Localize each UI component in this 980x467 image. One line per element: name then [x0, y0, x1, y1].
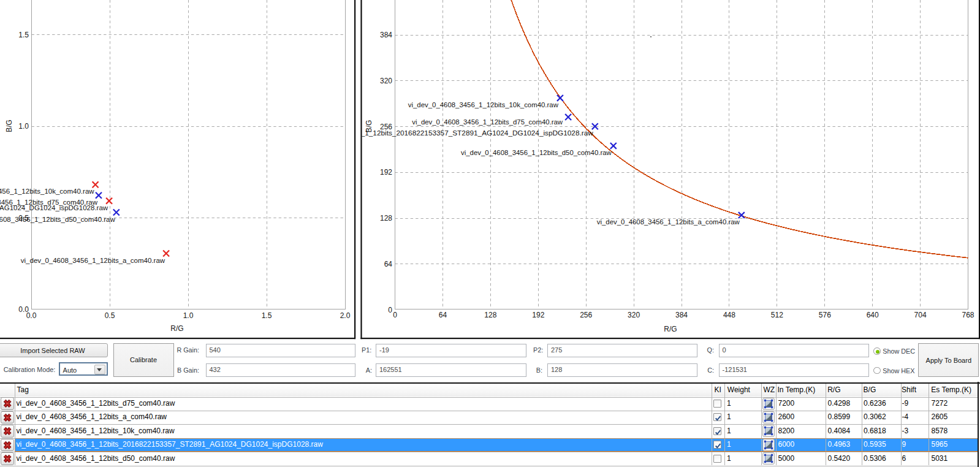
svg-text:vi_dev_0_4608_3456_1_12bits_10: vi_dev_0_4608_3456_1_12bits_10k_com40.ra… [408, 101, 559, 108]
svg-text:192: 192 [532, 311, 544, 319]
svg-text:512: 512 [771, 311, 783, 319]
svg-text:768: 768 [962, 311, 974, 319]
svg-text:1.5: 1.5 [262, 311, 272, 320]
svg-text:128: 128 [380, 214, 392, 222]
svg-text:1.0: 1.0 [183, 311, 194, 320]
svg-text:1.0: 1.0 [18, 122, 29, 131]
svg-text:2.0: 2.0 [340, 311, 351, 320]
svg-text:384: 384 [380, 31, 392, 39]
svg-text:1.5: 1.5 [18, 31, 29, 39]
svg-text:vi_dev_0_4608_3456_1_12bits_d5: vi_dev_0_4608_3456_1_12bits_d50_com40.ra… [0, 216, 115, 223]
svg-text:256: 256 [580, 311, 592, 319]
svg-text:B/G: B/G [5, 120, 13, 132]
svg-text:vi_dev_0_4608_3456_1_12bits_d7: vi_dev_0_4608_3456_1_12bits_d75_com40.ra… [412, 118, 563, 126]
svg-text:0: 0 [393, 311, 397, 319]
svg-text:64: 64 [439, 311, 447, 319]
svg-text:704: 704 [914, 311, 927, 319]
svg-text:vi_dev_0_4608_3456_1_12bits_d5: vi_dev_0_4608_3456_1_12bits_d50_com40.ra… [461, 149, 612, 156]
svg-text:R/G: R/G [664, 325, 677, 333]
svg-text:B/G: B/G [365, 120, 373, 133]
svg-text:640: 640 [867, 311, 879, 319]
svg-text:vi_dev_0_4608_3456_1_12bits_a_: vi_dev_0_4608_3456_1_12bits_a_com40.raw [597, 218, 740, 226]
svg-text:vi_dev_0_4608_3456_1_12bits_20: vi_dev_0_4608_3456_1_12bits_201682215335… [0, 204, 108, 211]
svg-text:vi_dev_0_4608_3456_1_12bits_10: vi_dev_0_4608_3456_1_12bits_10k_com40.ra… [0, 188, 94, 195]
svg-text:128: 128 [484, 311, 496, 319]
svg-text:448: 448 [723, 311, 735, 319]
svg-text:vi_dev_0_4608_3456_1_12bits_a_: vi_dev_0_4608_3456_1_12bits_a_com40.raw [21, 257, 165, 264]
svg-text:0: 0 [388, 306, 392, 314]
svg-text:0.5: 0.5 [105, 311, 115, 320]
svg-text:R/G: R/G [170, 324, 183, 333]
svg-text:320: 320 [628, 311, 640, 319]
svg-text:320: 320 [380, 77, 392, 85]
svg-text:0.0: 0.0 [18, 305, 29, 314]
svg-text:576: 576 [819, 311, 831, 319]
svg-text:256: 256 [380, 123, 392, 131]
svg-text:192: 192 [380, 168, 392, 177]
svg-text:64: 64 [384, 260, 393, 268]
svg-text:384: 384 [675, 311, 688, 319]
